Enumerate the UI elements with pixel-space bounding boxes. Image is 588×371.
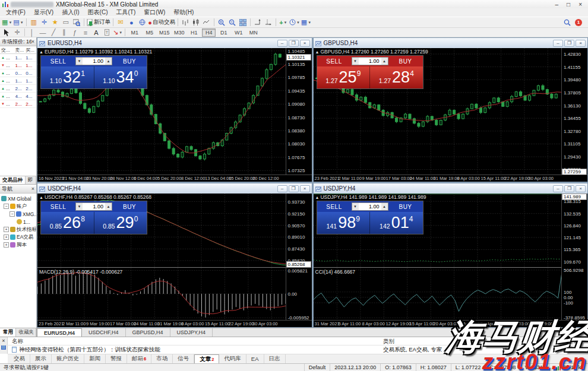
volume-stepper[interactable]: ▼1.00▲ bbox=[75, 57, 112, 65]
chart-minimize-icon[interactable]: – bbox=[553, 185, 563, 192]
nav-item-broker[interactable]: XM Global bbox=[0, 195, 36, 202]
notification-badge[interactable]: 1 bbox=[575, 19, 582, 26]
chart-titlebar[interactable]: USDCHF,H4 – ❐ × bbox=[37, 183, 312, 194]
tab-articles[interactable]: 文章2 bbox=[194, 354, 219, 363]
tab-mailbox[interactable]: 邮箱6 bbox=[127, 354, 151, 363]
sell-price[interactable]: 0.85268 bbox=[41, 212, 94, 234]
bar-chart-mode-button[interactable] bbox=[180, 18, 191, 27]
periods-clock-button[interactable]: ▼ bbox=[289, 18, 301, 27]
chart-canvas[interactable]: ▲ USDJPY,H4 141.989 141.989 141.989 141.… bbox=[314, 194, 588, 327]
mw-tab-symbols[interactable]: 交易品种 bbox=[0, 176, 26, 184]
chart-close-icon[interactable]: × bbox=[576, 40, 586, 47]
article-title[interactable]: 神经网络变得轻松（第四十五部分）：训练状态探索技能 bbox=[19, 346, 160, 354]
mw-row[interactable]: ▼...2...2... bbox=[0, 100, 36, 108]
mw-row[interactable]: ▼...1...1... bbox=[0, 62, 36, 69]
vertical-line-tool-button[interactable]: │ bbox=[27, 28, 37, 37]
chart-canvas[interactable]: ▲ EURUSD,H4 1.10279 1.10392 1.10241 1.10… bbox=[37, 48, 312, 182]
chart-restore-icon[interactable]: ❐ bbox=[564, 185, 574, 192]
menu-view[interactable]: 显示(V) bbox=[30, 8, 58, 17]
price-axis[interactable]: 0.0058210.00-0.0059520.937300.921500.905… bbox=[286, 194, 312, 320]
templates-button[interactable]: ▦▼ bbox=[301, 18, 312, 27]
timeframe-h1[interactable]: H1 bbox=[187, 28, 201, 37]
volume-up-icon[interactable]: ▲ bbox=[381, 203, 388, 210]
menu-insert[interactable]: 插入(I) bbox=[58, 8, 83, 17]
profile-selector[interactable]: Default bbox=[304, 364, 330, 371]
buy-button[interactable]: BUY bbox=[112, 201, 147, 212]
market-watch-close-icon[interactable]: × bbox=[31, 39, 34, 45]
terminal-col-name[interactable]: 名称 bbox=[12, 338, 23, 345]
expand-icon[interactable]: + bbox=[4, 242, 9, 248]
timeframe-m5[interactable]: M5 bbox=[143, 28, 156, 37]
minimize-icon[interactable]: – bbox=[555, 1, 559, 8]
connection-status[interactable]: 86/16 kb bbox=[549, 364, 588, 371]
volume-down-icon[interactable]: ▼ bbox=[76, 58, 83, 65]
tile-windows-button[interactable] bbox=[238, 18, 248, 27]
auto-scroll-button[interactable] bbox=[252, 18, 263, 27]
chart-close-icon[interactable]: × bbox=[576, 185, 586, 192]
chart-shift-button[interactable] bbox=[263, 18, 274, 27]
terminal-button[interactable]: ▭ bbox=[61, 18, 71, 27]
nav-item-scripts[interactable]: +脚本 bbox=[0, 241, 36, 249]
market-watch-button[interactable]: ▥ bbox=[29, 18, 39, 27]
timeframe-w1[interactable]: W1 bbox=[232, 28, 245, 37]
mw-row[interactable]: ▲...1...1... bbox=[0, 77, 36, 85]
buy-price[interactable]: 1.27284 bbox=[369, 66, 423, 88]
article-row[interactable]: 神经网络变得轻松（第四十五部分）：训练状态探索技能 交易系统, EA交易, 专家… bbox=[0, 345, 588, 354]
channel-tool-button[interactable]: ∥ bbox=[59, 28, 69, 37]
tab-exposure[interactable]: 展示 bbox=[30, 354, 52, 363]
sell-price[interactable]: 1.27259 bbox=[317, 66, 370, 88]
price-axis[interactable]: 506.92981000.00-100-378.8595138.315132.5… bbox=[561, 194, 587, 320]
collapse-icon[interactable]: − bbox=[4, 204, 9, 209]
tab-news[interactable]: 新闻 bbox=[84, 354, 106, 363]
mw-col-bid[interactable]: 卖... bbox=[15, 47, 26, 53]
mw-col-symbol[interactable]: 交... bbox=[0, 47, 15, 53]
close-icon[interactable]: × bbox=[578, 1, 582, 8]
timeframe-mn[interactable]: MN bbox=[246, 28, 260, 37]
buy-price[interactable]: 1.10340 bbox=[94, 66, 147, 88]
volume-up-icon[interactable]: ▲ bbox=[381, 58, 388, 65]
tab-alerts[interactable]: 警报 bbox=[106, 354, 127, 363]
timeframe-m15[interactable]: M15 bbox=[157, 28, 171, 37]
tab-signals[interactable]: 信号 bbox=[173, 354, 194, 363]
terminal-col-category[interactable]: 类别 bbox=[383, 338, 394, 345]
menu-file[interactable]: 文件(F) bbox=[2, 8, 30, 17]
zoom-out-button[interactable] bbox=[227, 18, 238, 27]
timeframe-m1[interactable]: M1 bbox=[128, 28, 141, 37]
time-axis[interactable]: 23 Feb 20212 Mar 11:009 Mar 19:0017 Mar … bbox=[37, 320, 312, 327]
arrows-tool-button[interactable]: ↘▼ bbox=[112, 28, 123, 37]
chart-restore-icon[interactable]: ❐ bbox=[289, 185, 299, 192]
buy-button[interactable]: BUY bbox=[388, 201, 423, 212]
time-axis[interactable]: 31 Mar 20215 Apr 11:008 Apr 03:0012 Apr … bbox=[314, 320, 588, 327]
navigator-tab-favorites[interactable]: 收藏夹 bbox=[16, 328, 36, 337]
volume-up-icon[interactable]: ▲ bbox=[105, 58, 112, 65]
mw-row[interactable]: ▲...1...1... bbox=[0, 54, 36, 62]
chart-canvas[interactable]: ▲ GBPUSD,H4 1.27260 1.27260 1.27259 1.27… bbox=[314, 48, 588, 182]
volume-up-icon[interactable]: ▲ bbox=[105, 203, 112, 210]
sell-button[interactable]: SELL bbox=[317, 56, 352, 66]
menu-help[interactable]: 帮助(H) bbox=[169, 8, 198, 17]
chart-titlebar[interactable]: USDJPY,H4 – ❐ × bbox=[314, 183, 588, 194]
timeframe-m30[interactable]: M30 bbox=[172, 28, 186, 37]
sell-price[interactable]: 1.10321 bbox=[41, 66, 94, 88]
tab-account-history[interactable]: 账户历史 bbox=[52, 354, 84, 363]
chart-tab-usdjpy[interactable]: USDJPY,H4 bbox=[170, 328, 213, 337]
nav-item-server[interactable]: −XMG... bbox=[0, 210, 36, 218]
label-tool-button[interactable]: T bbox=[102, 28, 112, 37]
website-globe-button[interactable] bbox=[137, 18, 147, 27]
profiles-button[interactable]: ▤▼ bbox=[12, 18, 24, 27]
time-axis[interactable]: 16 Nov 202321 Nov 04:0023 Nov 20:0028 No… bbox=[37, 175, 312, 182]
price-axis[interactable]: 1.104851.101351.097851.094351.090801.087… bbox=[286, 48, 312, 175]
tab-code-base[interactable]: 代码库 bbox=[219, 354, 246, 363]
lines-list-button[interactable]: ≡ bbox=[80, 28, 91, 37]
collapse-icon[interactable]: − bbox=[10, 211, 15, 217]
buy-price[interactable]: 0.85290 bbox=[94, 212, 147, 234]
tab-market[interactable]: 市场 bbox=[151, 354, 173, 363]
volume-stepper[interactable]: ▼1.00▲ bbox=[352, 202, 388, 211]
navigator-button[interactable]: ★ bbox=[50, 18, 61, 27]
horizontal-line-tool-button[interactable]: — bbox=[37, 28, 48, 37]
mw-col-ask[interactable]: 买... bbox=[26, 47, 36, 53]
chart-minimize-icon[interactable]: – bbox=[277, 40, 287, 47]
expand-icon[interactable]: + bbox=[4, 234, 9, 240]
nav-item-login[interactable]: 1... bbox=[0, 218, 36, 226]
timeframe-h4[interactable]: H4 bbox=[202, 28, 216, 37]
